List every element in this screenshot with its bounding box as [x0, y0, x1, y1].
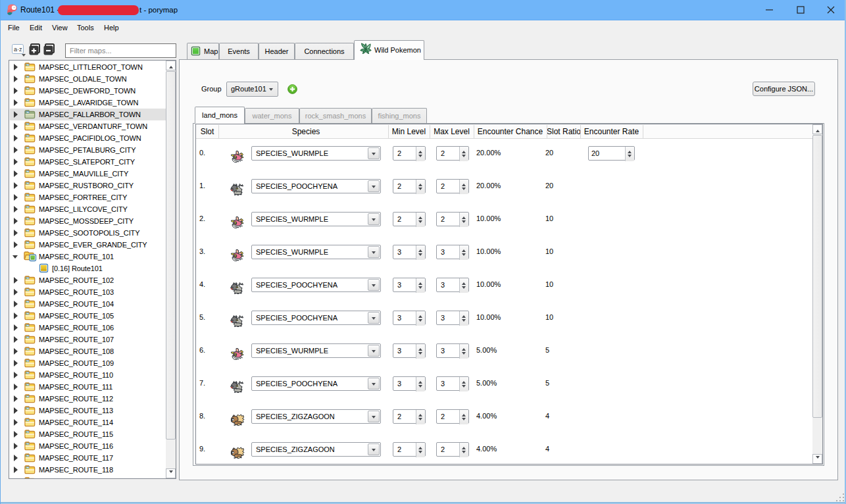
svg-text:a·z: a·z — [14, 46, 22, 53]
